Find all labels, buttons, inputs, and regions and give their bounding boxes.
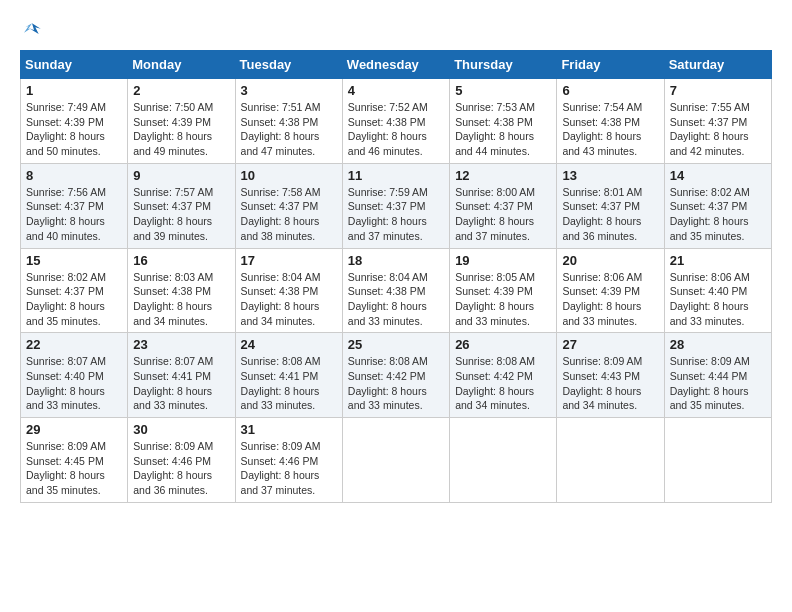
day-number: 16 [133, 253, 229, 268]
day-number: 5 [455, 83, 551, 98]
page-header [20, 20, 772, 40]
day-info: Sunrise: 7:56 AMSunset: 4:37 PMDaylight:… [26, 186, 106, 242]
day-info: Sunrise: 7:51 AMSunset: 4:38 PMDaylight:… [241, 101, 321, 157]
day-number: 12 [455, 168, 551, 183]
logo-bird-icon [22, 20, 42, 40]
calendar-cell: 10 Sunrise: 7:58 AMSunset: 4:37 PMDaylig… [235, 163, 342, 248]
calendar-cell: 14 Sunrise: 8:02 AMSunset: 4:37 PMDaylig… [664, 163, 771, 248]
day-info: Sunrise: 8:08 AMSunset: 4:41 PMDaylight:… [241, 355, 321, 411]
day-info: Sunrise: 7:55 AMSunset: 4:37 PMDaylight:… [670, 101, 750, 157]
calendar-cell: 15 Sunrise: 8:02 AMSunset: 4:37 PMDaylig… [21, 248, 128, 333]
weekday-header: Thursday [450, 51, 557, 79]
day-number: 9 [133, 168, 229, 183]
weekday-header: Monday [128, 51, 235, 79]
calendar-cell: 28 Sunrise: 8:09 AMSunset: 4:44 PMDaylig… [664, 333, 771, 418]
calendar-cell: 6 Sunrise: 7:54 AMSunset: 4:38 PMDayligh… [557, 79, 664, 164]
calendar-cell: 22 Sunrise: 8:07 AMSunset: 4:40 PMDaylig… [21, 333, 128, 418]
calendar-week-row: 29 Sunrise: 8:09 AMSunset: 4:45 PMDaylig… [21, 418, 772, 503]
calendar-cell: 18 Sunrise: 8:04 AMSunset: 4:38 PMDaylig… [342, 248, 449, 333]
day-number: 13 [562, 168, 658, 183]
day-info: Sunrise: 8:06 AMSunset: 4:40 PMDaylight:… [670, 271, 750, 327]
day-info: Sunrise: 8:04 AMSunset: 4:38 PMDaylight:… [348, 271, 428, 327]
calendar-cell: 31 Sunrise: 8:09 AMSunset: 4:46 PMDaylig… [235, 418, 342, 503]
day-number: 3 [241, 83, 337, 98]
day-number: 17 [241, 253, 337, 268]
day-info: Sunrise: 8:03 AMSunset: 4:38 PMDaylight:… [133, 271, 213, 327]
calendar-cell: 29 Sunrise: 8:09 AMSunset: 4:45 PMDaylig… [21, 418, 128, 503]
calendar-cell: 3 Sunrise: 7:51 AMSunset: 4:38 PMDayligh… [235, 79, 342, 164]
day-info: Sunrise: 8:09 AMSunset: 4:43 PMDaylight:… [562, 355, 642, 411]
day-number: 19 [455, 253, 551, 268]
calendar-cell [557, 418, 664, 503]
calendar-cell: 12 Sunrise: 8:00 AMSunset: 4:37 PMDaylig… [450, 163, 557, 248]
day-number: 31 [241, 422, 337, 437]
weekday-header: Friday [557, 51, 664, 79]
calendar-week-row: 15 Sunrise: 8:02 AMSunset: 4:37 PMDaylig… [21, 248, 772, 333]
day-number: 24 [241, 337, 337, 352]
calendar-week-row: 22 Sunrise: 8:07 AMSunset: 4:40 PMDaylig… [21, 333, 772, 418]
calendar-cell: 25 Sunrise: 8:08 AMSunset: 4:42 PMDaylig… [342, 333, 449, 418]
calendar-cell: 8 Sunrise: 7:56 AMSunset: 4:37 PMDayligh… [21, 163, 128, 248]
day-number: 22 [26, 337, 122, 352]
day-info: Sunrise: 8:00 AMSunset: 4:37 PMDaylight:… [455, 186, 535, 242]
calendar-cell: 17 Sunrise: 8:04 AMSunset: 4:38 PMDaylig… [235, 248, 342, 333]
calendar-week-row: 8 Sunrise: 7:56 AMSunset: 4:37 PMDayligh… [21, 163, 772, 248]
day-number: 15 [26, 253, 122, 268]
day-info: Sunrise: 7:50 AMSunset: 4:39 PMDaylight:… [133, 101, 213, 157]
calendar-cell [342, 418, 449, 503]
calendar-cell: 7 Sunrise: 7:55 AMSunset: 4:37 PMDayligh… [664, 79, 771, 164]
day-info: Sunrise: 8:05 AMSunset: 4:39 PMDaylight:… [455, 271, 535, 327]
day-number: 14 [670, 168, 766, 183]
day-number: 23 [133, 337, 229, 352]
day-number: 18 [348, 253, 444, 268]
day-number: 26 [455, 337, 551, 352]
svg-marker-0 [30, 23, 41, 34]
day-info: Sunrise: 8:02 AMSunset: 4:37 PMDaylight:… [26, 271, 106, 327]
calendar-header-row: SundayMondayTuesdayWednesdayThursdayFrid… [21, 51, 772, 79]
calendar-table: SundayMondayTuesdayWednesdayThursdayFrid… [20, 50, 772, 503]
day-info: Sunrise: 7:53 AMSunset: 4:38 PMDaylight:… [455, 101, 535, 157]
day-info: Sunrise: 8:09 AMSunset: 4:46 PMDaylight:… [241, 440, 321, 496]
weekday-header: Saturday [664, 51, 771, 79]
weekday-header: Tuesday [235, 51, 342, 79]
calendar-cell: 20 Sunrise: 8:06 AMSunset: 4:39 PMDaylig… [557, 248, 664, 333]
day-info: Sunrise: 7:57 AMSunset: 4:37 PMDaylight:… [133, 186, 213, 242]
day-number: 20 [562, 253, 658, 268]
calendar-cell: 9 Sunrise: 7:57 AMSunset: 4:37 PMDayligh… [128, 163, 235, 248]
calendar-body: 1 Sunrise: 7:49 AMSunset: 4:39 PMDayligh… [21, 79, 772, 503]
logo [20, 20, 44, 40]
day-info: Sunrise: 8:01 AMSunset: 4:37 PMDaylight:… [562, 186, 642, 242]
day-info: Sunrise: 7:49 AMSunset: 4:39 PMDaylight:… [26, 101, 106, 157]
day-number: 11 [348, 168, 444, 183]
day-number: 29 [26, 422, 122, 437]
calendar-cell [450, 418, 557, 503]
day-number: 4 [348, 83, 444, 98]
calendar-cell: 19 Sunrise: 8:05 AMSunset: 4:39 PMDaylig… [450, 248, 557, 333]
day-number: 2 [133, 83, 229, 98]
calendar-cell: 21 Sunrise: 8:06 AMSunset: 4:40 PMDaylig… [664, 248, 771, 333]
calendar-cell: 4 Sunrise: 7:52 AMSunset: 4:38 PMDayligh… [342, 79, 449, 164]
day-info: Sunrise: 8:09 AMSunset: 4:44 PMDaylight:… [670, 355, 750, 411]
day-info: Sunrise: 8:04 AMSunset: 4:38 PMDaylight:… [241, 271, 321, 327]
calendar-cell: 1 Sunrise: 7:49 AMSunset: 4:39 PMDayligh… [21, 79, 128, 164]
svg-marker-1 [24, 23, 32, 32]
day-info: Sunrise: 7:59 AMSunset: 4:37 PMDaylight:… [348, 186, 428, 242]
calendar-cell: 23 Sunrise: 8:07 AMSunset: 4:41 PMDaylig… [128, 333, 235, 418]
day-info: Sunrise: 8:07 AMSunset: 4:40 PMDaylight:… [26, 355, 106, 411]
weekday-header: Sunday [21, 51, 128, 79]
calendar-cell: 13 Sunrise: 8:01 AMSunset: 4:37 PMDaylig… [557, 163, 664, 248]
day-number: 6 [562, 83, 658, 98]
day-info: Sunrise: 7:52 AMSunset: 4:38 PMDaylight:… [348, 101, 428, 157]
day-info: Sunrise: 8:06 AMSunset: 4:39 PMDaylight:… [562, 271, 642, 327]
day-info: Sunrise: 8:09 AMSunset: 4:46 PMDaylight:… [133, 440, 213, 496]
day-info: Sunrise: 8:02 AMSunset: 4:37 PMDaylight:… [670, 186, 750, 242]
calendar-week-row: 1 Sunrise: 7:49 AMSunset: 4:39 PMDayligh… [21, 79, 772, 164]
calendar-cell: 30 Sunrise: 8:09 AMSunset: 4:46 PMDaylig… [128, 418, 235, 503]
calendar-cell: 24 Sunrise: 8:08 AMSunset: 4:41 PMDaylig… [235, 333, 342, 418]
calendar-cell: 26 Sunrise: 8:08 AMSunset: 4:42 PMDaylig… [450, 333, 557, 418]
day-number: 21 [670, 253, 766, 268]
day-info: Sunrise: 7:54 AMSunset: 4:38 PMDaylight:… [562, 101, 642, 157]
weekday-header: Wednesday [342, 51, 449, 79]
day-info: Sunrise: 8:08 AMSunset: 4:42 PMDaylight:… [348, 355, 428, 411]
day-info: Sunrise: 8:07 AMSunset: 4:41 PMDaylight:… [133, 355, 213, 411]
